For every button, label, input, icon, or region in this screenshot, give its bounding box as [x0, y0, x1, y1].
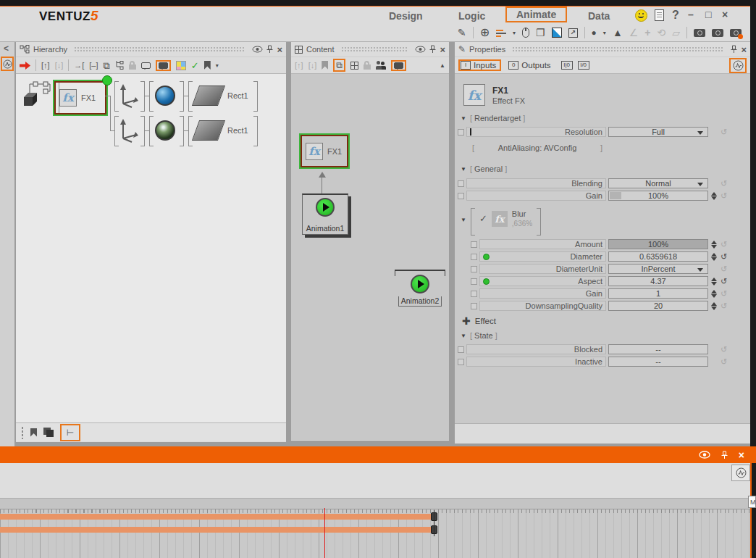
comments-toggle-active[interactable] — [156, 60, 171, 71]
jump-into-icon[interactable]: →[ — [74, 62, 84, 70]
pin-icon[interactable] — [266, 45, 273, 54]
move-down-icon[interactable]: [↓] — [55, 62, 64, 70]
timeline-ruler[interactable] — [0, 509, 750, 513]
timeline-track-2[interactable] — [0, 527, 432, 533]
gain-field[interactable]: 100% — [608, 191, 708, 201]
blocked-field[interactable]: -- — [608, 344, 708, 354]
property-checkbox[interactable] — [471, 241, 477, 248]
pin-icon[interactable] — [721, 451, 728, 459]
mouse-mode-icon[interactable] — [522, 28, 529, 38]
content-node-animation2[interactable]: Animation2 — [395, 270, 445, 317]
node-label[interactable]: Rect1 — [227, 91, 248, 100]
undo-icon[interactable]: ↺ — [719, 180, 728, 187]
property-checkbox[interactable] — [471, 278, 477, 285]
tab-outputs[interactable]: 0 Outputs — [506, 59, 555, 71]
animation-dock-icon[interactable] — [1, 57, 14, 71]
animation-mode-icon-box[interactable] — [731, 465, 750, 481]
instances-icon[interactable]: ⧉ — [104, 61, 110, 70]
blur-enabled-check-icon[interactable]: ✓ — [479, 214, 487, 223]
property-checkbox[interactable] — [458, 129, 464, 136]
lock-icon[interactable] — [129, 64, 136, 70]
render-target-icon[interactable] — [552, 28, 562, 38]
track-end-handle-2[interactable] — [431, 525, 437, 534]
hierarchy-node-fx1[interactable]: fx FX1 — [53, 80, 108, 116]
undo-icon[interactable]: ↺ — [719, 128, 728, 136]
current-node-arrow-icon[interactable] — [20, 62, 30, 70]
minimize-button[interactable]: – — [688, 9, 694, 20]
section-rendertarget[interactable]: ▼ Rendertarget — [461, 114, 525, 122]
render-options-icon[interactable] — [496, 29, 506, 37]
content-node-animation1[interactable]: Animation1 — [302, 193, 348, 235]
property-checkbox[interactable] — [458, 346, 464, 353]
grid-icon[interactable] — [350, 62, 358, 70]
section-state[interactable]: ▼ State — [461, 331, 497, 340]
layers-icon[interactable] — [43, 428, 54, 437]
spinner[interactable] — [710, 302, 717, 310]
pin-icon[interactable] — [429, 45, 436, 54]
undo-icon[interactable]: ↺ — [719, 265, 728, 272]
property-checkbox[interactable] — [471, 266, 477, 272]
blending-dropdown[interactable]: Normal — [608, 178, 708, 188]
rect-node-icon[interactable] — [192, 86, 225, 106]
subtree-icon[interactable] — [115, 61, 124, 70]
close-panel-icon[interactable]: × — [277, 45, 282, 54]
key-mode-active[interactable]: ⊢ — [60, 424, 80, 441]
spinner[interactable] — [710, 278, 717, 286]
add-effect-button[interactable]: ✚ Effect — [462, 316, 496, 326]
spinner[interactable] — [710, 290, 717, 298]
screenshot-camera-icon[interactable] — [694, 29, 705, 37]
property-checkbox[interactable] — [471, 254, 477, 260]
section-blur[interactable]: ▼ ✓ fx Blur ,636% — [461, 208, 541, 236]
document-icon[interactable] — [655, 9, 664, 21]
inactive-field[interactable]: -- — [608, 357, 708, 367]
maximize-button[interactable]: □ — [705, 9, 711, 20]
bookmark-gray-icon[interactable] — [322, 61, 328, 70]
texture-sphere-icon[interactable] — [155, 120, 175, 141]
blur-gain-field[interactable]: 1 — [608, 288, 708, 299]
comments-toggle-active[interactable] — [391, 60, 406, 71]
collapse-left-icon[interactable]: < — [4, 43, 9, 54]
chevron-down-icon[interactable]: ▾ — [216, 62, 219, 69]
amount-field[interactable]: 100% — [608, 239, 708, 249]
color-swatches-icon[interactable] — [176, 61, 186, 70]
drag-handle[interactable] — [21, 426, 24, 439]
hierarchy-canvas[interactable]: fx FX1 Rect1 — [16, 74, 286, 422]
undo-icon[interactable]: ↺ — [719, 290, 728, 297]
section-general[interactable]: ▼ General — [461, 165, 507, 173]
feedback-smiley-icon[interactable] — [635, 9, 647, 22]
undo-icon[interactable]: ↺ — [719, 192, 728, 199]
help-icon[interactable]: ? — [672, 9, 679, 22]
undo-icon[interactable]: ↺ — [719, 302, 728, 309]
io-combined-icon[interactable]: I|0 — [561, 61, 573, 70]
panel-drag-area[interactable] — [341, 46, 409, 52]
menu-animate[interactable]: Animate — [505, 7, 567, 22]
track-end-handle-1[interactable] — [431, 512, 437, 521]
property-checkbox[interactable] — [458, 180, 464, 187]
chevron-down-icon[interactable]: ▾ — [513, 30, 516, 36]
scroll-up-icon[interactable]: ▲ — [440, 62, 445, 69]
bookmark-icon[interactable] — [30, 428, 37, 437]
panel-drag-area[interactable] — [512, 46, 724, 52]
move-up-icon[interactable]: [↑] — [41, 62, 50, 70]
menu-logic[interactable]: Logic — [458, 10, 485, 22]
spinner[interactable] — [710, 253, 717, 261]
timeline-playhead[interactable] — [324, 508, 325, 558]
close-panel-icon[interactable]: × — [741, 45, 747, 54]
eye-icon[interactable] — [415, 46, 426, 53]
gizmo-cone-icon[interactable]: ▲ — [613, 28, 623, 38]
menu-design[interactable]: Design — [389, 10, 423, 22]
export-video-camera-icon[interactable] — [730, 29, 742, 37]
animation-mode-toggle[interactable] — [729, 58, 747, 73]
content-canvas[interactable]: fx FX1 Animation1 Animation2 — [291, 74, 449, 440]
resolution-dropdown[interactable]: Full — [608, 127, 708, 137]
diameter-field[interactable]: 0.6359618 — [608, 251, 708, 262]
property-checkbox[interactable] — [471, 291, 477, 297]
timeline-track-1[interactable] — [0, 514, 432, 520]
unfold-icon[interactable]: [–] — [89, 62, 98, 70]
scene-root-icon[interactable] — [22, 81, 52, 109]
close-panel-icon[interactable]: × — [739, 450, 744, 460]
pin-icon[interactable] — [731, 45, 737, 54]
bounding-box-icon[interactable]: ❐ — [536, 28, 545, 38]
aspect-field[interactable]: 4.37 — [608, 276, 708, 286]
export-view-icon[interactable]: ↗ — [568, 28, 578, 38]
